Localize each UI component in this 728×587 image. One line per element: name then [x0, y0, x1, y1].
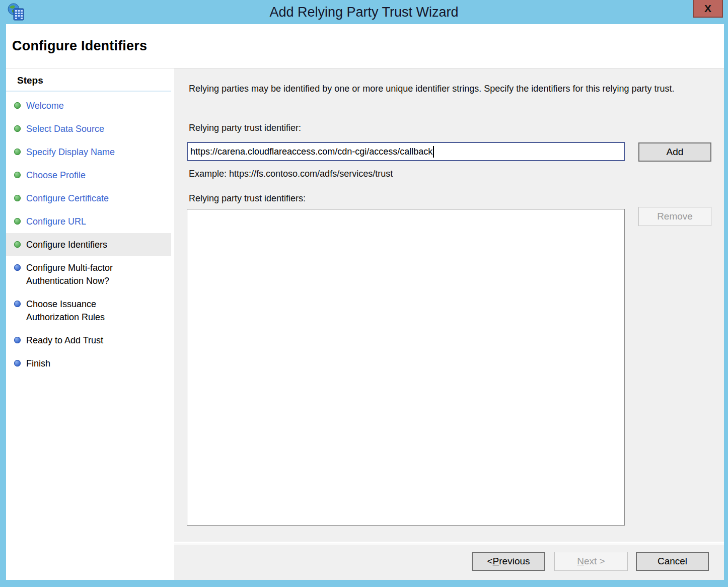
step-label: Specify Display Name — [26, 145, 115, 159]
content-panel: Relying parties may be identified by one… — [174, 68, 724, 542]
sidebar-item-finish: Finish — [6, 352, 171, 375]
sidebar-item-choose-profile[interactable]: Choose Profile — [6, 164, 171, 187]
identifier-label: Relying party trust identifier: — [189, 123, 301, 133]
step-label: Select Data Source — [26, 122, 104, 135]
close-button[interactable]: X — [693, 0, 723, 18]
steps-list: WelcomeSelect Data SourceSpecify Display… — [6, 94, 171, 375]
step-complete-icon — [14, 125, 21, 132]
sidebar-item-configure-identifiers: Configure Identifiers — [6, 233, 171, 256]
step-pending-icon — [14, 301, 21, 307]
steps-heading: Steps — [6, 69, 171, 92]
identifier-input-value: https://carena.cloudflareaccess.com/cdn-… — [190, 146, 432, 157]
previous-rest: revious — [499, 556, 530, 567]
text-caret — [433, 146, 434, 158]
sidebar-item-choose-issuance-authorization-rules: Choose Issuance Authorization Rules — [6, 292, 171, 329]
previous-prefix: < — [487, 556, 492, 567]
window-title: Add Relying Party Trust Wizard — [269, 5, 458, 20]
sidebar-item-configure-url[interactable]: Configure URL — [6, 210, 171, 233]
sidebar-item-configure-certificate[interactable]: Configure Certificate — [6, 187, 171, 210]
previous-button[interactable]: < Previous — [472, 552, 545, 571]
sidebar-item-welcome[interactable]: Welcome — [6, 94, 171, 117]
page-title: Configure Identifiers — [12, 38, 147, 54]
sidebar-item-configure-multi-factor-authentication-now: Configure Multi-factor Authentication No… — [6, 256, 171, 292]
next-button[interactable]: Next > — [554, 552, 628, 571]
footer-bar: < Previous Next > Cancel — [174, 543, 724, 580]
step-complete-icon — [14, 172, 21, 178]
sidebar-item-ready-to-add-trust: Ready to Add Trust — [6, 329, 171, 352]
step-label: Configure Certificate — [26, 192, 109, 205]
step-complete-icon — [14, 149, 21, 155]
step-label: Configure URL — [26, 215, 86, 228]
step-label: Ready to Add Trust — [26, 334, 103, 347]
identifiers-list-label: Relying party trust identifiers: — [189, 193, 306, 204]
step-label: Configure Identifiers — [26, 238, 107, 251]
next-accel: N — [577, 556, 584, 567]
step-label: Choose Issuance Authorization Rules — [26, 298, 144, 324]
next-rest: ext > — [584, 556, 605, 567]
sidebar-item-specify-display-name[interactable]: Specify Display Name — [6, 140, 171, 164]
steps-sidebar: Steps WelcomeSelect Data SourceSpecify D… — [6, 69, 171, 580]
step-label: Welcome — [26, 99, 64, 112]
page-header: Configure Identifiers — [6, 24, 724, 68]
step-complete-icon — [14, 102, 21, 109]
step-complete-icon — [14, 218, 21, 225]
step-pending-icon — [14, 337, 21, 343]
adfs-app-icon — [7, 3, 25, 21]
step-pending-icon — [14, 264, 21, 271]
add-button[interactable]: Add — [638, 142, 711, 162]
step-complete-icon — [14, 241, 21, 248]
step-complete-icon — [14, 195, 21, 201]
remove-button[interactable]: Remove — [638, 207, 711, 226]
sidebar-item-select-data-source[interactable]: Select Data Source — [6, 117, 171, 140]
cancel-button[interactable]: Cancel — [636, 552, 709, 571]
description-text: Relying parties may be identified by one… — [189, 82, 675, 96]
wizard-dialog: Configure Identifiers Steps WelcomeSelec… — [6, 24, 724, 580]
title-bar: Add Relying Party Trust Wizard X — [0, 0, 728, 24]
identifier-input[interactable]: https://carena.cloudflareaccess.com/cdn-… — [187, 142, 625, 161]
identifiers-listbox[interactable] — [187, 209, 625, 526]
step-label: Configure Multi-factor Authentication No… — [26, 261, 144, 287]
step-label: Choose Profile — [26, 169, 86, 182]
example-text: Example: https://fs.contoso.com/adfs/ser… — [189, 169, 393, 179]
step-pending-icon — [14, 360, 21, 366]
step-label: Finish — [26, 357, 50, 370]
previous-accel: P — [493, 556, 499, 567]
